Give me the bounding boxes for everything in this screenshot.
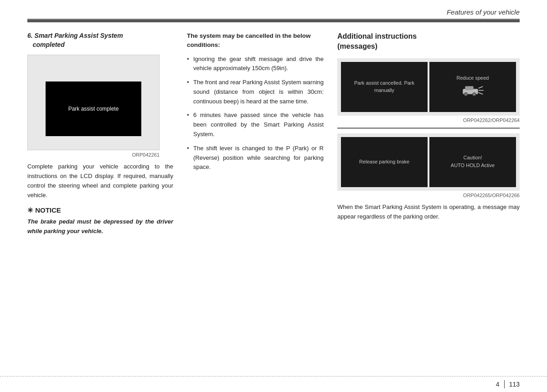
bullet-item-3: 6 minutes have passed since the vehicle … (187, 111, 324, 139)
reduce-speed-icon (461, 82, 484, 98)
separator-line (337, 127, 520, 129)
notice-header: ✳ NOTICE (27, 206, 173, 214)
svg-rect-1 (465, 87, 473, 90)
orp-label-right-2: ORP042265/ORP042266 (337, 193, 520, 198)
car-display-box: Park assist complete (27, 55, 160, 150)
orp-label-right-1: ORP042262/ORP042264 (337, 117, 520, 123)
display-grid-2: Release parking brake Caution! AUTO HOLD… (341, 137, 516, 187)
cell1-text: Park assist cancelled. Park manually (345, 80, 424, 94)
body-text-left: Complete parking your vehicle according … (27, 162, 173, 200)
cell2-top-text: Reduce speed (457, 75, 489, 81)
chapter-number: 4 (496, 381, 500, 388)
display-grid-wrapper-1: Park assist cancelled. Park manually Red… (337, 58, 520, 116)
page-divider (504, 380, 505, 388)
page-number: 4 113 (496, 380, 520, 388)
content-area: 6. Smart Parking Assist System completed… (0, 22, 547, 236)
display-grid-1: Park assist cancelled. Park manually Red… (341, 62, 516, 112)
svg-point-5 (473, 93, 475, 95)
cell3-text: Release parking brake (359, 158, 409, 165)
svg-line-8 (479, 93, 482, 94)
bullet-item-1: Ignoring the gear shift message and driv… (187, 55, 324, 74)
cell4-sub-text: AUTO HOLD Active (451, 162, 495, 169)
right-column: Additional instructions (messages) Park … (337, 31, 520, 236)
page-footer: 4 113 (0, 376, 547, 392)
display-cell-1: Park assist cancelled. Park manually (341, 62, 428, 112)
car-screen-text: Park assist complete (68, 106, 119, 112)
display-cell-4: Caution! AUTO HOLD Active (429, 137, 516, 187)
page-num: 113 (509, 381, 520, 388)
additional-instructions-title: Additional instructions (messages) (337, 31, 520, 52)
bullet-item-2: The front and rear Parking Assist System… (187, 78, 324, 106)
svg-line-6 (479, 87, 482, 88)
header-title: Features of your vehicle (447, 8, 520, 16)
left-column: 6. Smart Parking Assist System completed… (27, 31, 173, 236)
cell4-top-text: Caution! (464, 155, 482, 160)
conditions-title: The system may be cancelled in the below… (187, 31, 324, 50)
car-screen: Park assist complete (46, 81, 141, 136)
display-cell-3: Release parking brake (341, 137, 428, 187)
display-cell-2: Reduce speed (429, 62, 516, 112)
orp-label-left: ORP042261 (27, 152, 160, 158)
section-title: 6. Smart Parking Assist System completed (27, 31, 173, 49)
page-header: Features of your vehicle (0, 0, 547, 19)
bullet-item-4: The shift lever is changed to the P (Par… (187, 144, 324, 172)
svg-point-3 (465, 93, 467, 95)
notice-body: The brake pedal must be depressed by the… (27, 217, 173, 236)
when-text: When the Smart Parking Assist System is … (337, 203, 520, 222)
bullet-list: Ignoring the gear shift message and driv… (187, 55, 324, 173)
display-grid-wrapper-2: Release parking brake Caution! AUTO HOLD… (337, 133, 520, 191)
middle-column: The system may be cancelled in the below… (187, 31, 324, 236)
notice-symbol: ✳ NOTICE (27, 206, 61, 214)
